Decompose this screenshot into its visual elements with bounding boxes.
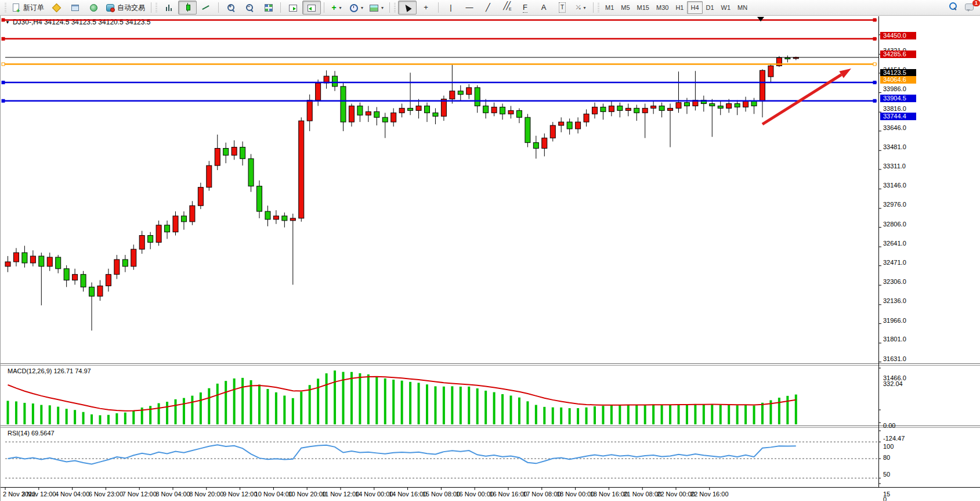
navigator-button[interactable] xyxy=(66,1,84,15)
timeframe-button-h1[interactable]: H1 xyxy=(672,1,687,14)
timeframe-button-m15[interactable]: M15 xyxy=(634,1,653,14)
text-label-tool-button[interactable]: T xyxy=(553,1,572,15)
timeframe-button-w1[interactable]: W1 xyxy=(718,1,735,14)
zoom-out-button[interactable]: − xyxy=(240,1,259,15)
vertical-line-tool-button[interactable]: | xyxy=(442,1,460,15)
tile-windows-button[interactable] xyxy=(259,1,277,15)
periods-button[interactable]: ▾ xyxy=(346,1,366,15)
candle-body xyxy=(651,106,656,108)
time-axis-label: 22 Nov 00:00 xyxy=(657,491,695,498)
macd-histogram-bar xyxy=(795,395,797,424)
candle-body xyxy=(198,188,203,206)
notifications-icon[interactable]: 1 xyxy=(965,1,977,12)
templates-button[interactable]: ▾ xyxy=(366,1,386,15)
timeframe-button-d1[interactable]: D1 xyxy=(703,1,718,14)
candle-body xyxy=(450,91,455,99)
equidistant-channel-icon: ╱╱E xyxy=(503,1,509,14)
market-watch-button[interactable] xyxy=(47,1,66,15)
macd-histogram-bar xyxy=(250,380,252,424)
macd-histogram-bar xyxy=(577,408,579,424)
macd-histogram-bar xyxy=(753,406,755,424)
macd-histogram-bar xyxy=(359,373,361,424)
line-chart-button[interactable] xyxy=(197,1,215,15)
macd-histogram-bar xyxy=(409,382,411,424)
horizontal-line-tool-button[interactable]: — xyxy=(460,1,479,15)
line-handle[interactable] xyxy=(873,99,876,102)
macd-histogram-bar xyxy=(560,408,562,424)
macd-histogram-bar xyxy=(57,407,59,424)
timeframe-button-m5[interactable]: M5 xyxy=(617,1,633,14)
cursor-tool-button[interactable] xyxy=(398,1,417,15)
line-handle[interactable] xyxy=(2,81,5,84)
fibonacci-tool-button[interactable]: F xyxy=(516,1,534,15)
candle-body xyxy=(433,113,438,116)
candle-body xyxy=(458,91,463,95)
price-axis-tick-label: 32641.0 xyxy=(883,240,906,247)
time-axis-label: 8 Nov 04:00 xyxy=(156,491,190,498)
chart-canvas[interactable] xyxy=(1,16,980,501)
terminal-button[interactable] xyxy=(84,1,103,15)
line-handle[interactable] xyxy=(2,19,5,21)
navigator-icon xyxy=(70,3,79,12)
line-handle[interactable] xyxy=(2,63,5,66)
trendline-tool-button[interactable]: ╱ xyxy=(479,1,497,15)
macd-histogram-bar xyxy=(74,410,76,424)
time-axis-label: 18 Nov 16:00 xyxy=(590,491,628,498)
search-icon[interactable] xyxy=(949,1,959,12)
rsi-indicator-label: RSI(14) 69.5647 xyxy=(8,430,55,437)
timeframe-button-m1[interactable]: M1 xyxy=(602,1,617,14)
line-handle[interactable] xyxy=(2,37,5,40)
macd-histogram-bar xyxy=(778,398,780,424)
candle-body xyxy=(223,149,229,156)
macd-histogram-bar xyxy=(552,408,554,424)
candle-body xyxy=(290,218,295,221)
indicators-button[interactable]: +▾ xyxy=(327,1,346,15)
macd-histogram-bar xyxy=(124,413,126,424)
toolbar-grip xyxy=(156,3,157,12)
line-handle[interactable] xyxy=(873,37,876,40)
macd-histogram-bar xyxy=(426,384,428,424)
time-axis-label: 10 Nov 04:00 xyxy=(255,491,292,498)
candle-body xyxy=(559,122,564,125)
line-handle[interactable] xyxy=(873,63,876,66)
candle-body xyxy=(81,275,86,287)
toolbar-separator xyxy=(218,2,219,13)
price-line-badge: 33744.4 xyxy=(880,113,916,120)
macd-histogram-bar xyxy=(216,384,219,424)
timeframe-button-mn[interactable]: MN xyxy=(734,1,751,14)
timeframe-button-h4[interactable]: H4 xyxy=(687,1,702,14)
candle-body xyxy=(710,104,715,106)
zoom-in-button[interactable]: + xyxy=(222,1,240,15)
chart-shift-marker-icon xyxy=(757,17,764,21)
new-order-button[interactable]: + 新订单 xyxy=(9,1,47,15)
candle-body xyxy=(265,211,270,219)
candle-body xyxy=(760,70,765,101)
candle-body xyxy=(751,102,757,106)
chart-shift-button[interactable] xyxy=(302,1,321,15)
candle-body xyxy=(391,113,396,122)
rsi-line xyxy=(8,445,796,464)
time-axis-label: 17 Nov 08:00 xyxy=(523,491,560,498)
auto-scroll-button[interactable] xyxy=(284,1,302,15)
crosshair-tool-button[interactable]: + xyxy=(417,1,435,15)
line-handle[interactable] xyxy=(2,99,5,102)
trend-arrow-head[interactable] xyxy=(839,69,851,78)
candle-body xyxy=(22,253,27,263)
channel-tool-button[interactable]: ╱╱E xyxy=(497,1,516,15)
candle-body xyxy=(467,88,472,95)
macd-histogram-bar xyxy=(610,405,613,424)
line-handle[interactable] xyxy=(873,19,876,21)
line-handle[interactable] xyxy=(873,81,876,84)
timeframe-button-m30[interactable]: M30 xyxy=(653,1,672,14)
zoom-in-icon: + xyxy=(226,3,236,12)
candle-body xyxy=(165,225,170,232)
candlestick-chart-button[interactable] xyxy=(178,1,197,15)
price-axis-tick-label: 31966.0 xyxy=(883,317,906,324)
time-axis-label: 8 Nov 20:00 xyxy=(189,491,223,498)
macd-histogram-bar xyxy=(107,415,110,424)
bar-chart-button[interactable] xyxy=(160,1,178,15)
candle-body xyxy=(181,216,186,222)
text-tool-button[interactable]: A xyxy=(534,1,553,15)
autotrading-button[interactable]: 自动交易 xyxy=(103,1,148,15)
arrows-tool-button[interactable]: ⤯▾ xyxy=(572,1,590,15)
